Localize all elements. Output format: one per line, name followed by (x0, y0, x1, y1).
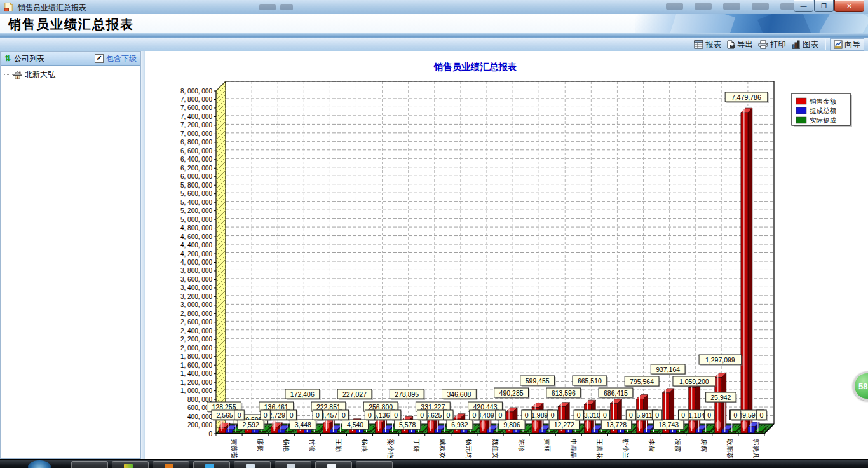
svg-text:4, 000, 000: 4, 000, 000 (180, 259, 212, 266)
svg-text:200, 000: 200, 000 (187, 422, 212, 429)
minimize-button[interactable]: — (794, 0, 813, 12)
svg-text:2,565: 2,565 (216, 411, 233, 419)
svg-text:1, 200, 000: 1, 200, 000 (180, 379, 212, 386)
print-icon (758, 40, 768, 49)
svg-text:4, 800, 000: 4, 800, 000 (180, 224, 212, 231)
svg-text:廖扬: 廖扬 (257, 439, 264, 452)
svg-text:5, 600, 000: 5, 600, 000 (180, 190, 212, 197)
svg-text:1,059,200: 1,059,200 (679, 378, 709, 385)
svg-text:7, 600, 000: 7, 600, 000 (180, 104, 212, 111)
svg-text:3,448: 3,448 (295, 421, 311, 429)
company-panel: ⇅ 公司列表 ✓ 包含下级 北新大弘 (0, 51, 141, 459)
svg-text:6, 000, 000: 6, 000, 000 (180, 173, 212, 180)
svg-text:7,479,786: 7,479,786 (731, 93, 761, 101)
company-panel-header: ⇅ 公司列表 ✓ 包含下级 (1, 52, 140, 66)
print-button-label: 打印 (770, 39, 786, 50)
svg-text:6, 400, 000: 6, 400, 000 (180, 156, 212, 163)
taskbar-button[interactable] (112, 461, 149, 468)
x-axis-labels: 黄薇薇廖扬杨艳付渝王勤杨燕梁小艳丁妍戴欢欢杨元均魏佳文陈珍黄丽申晶晶王喜花靳小兰… (231, 438, 761, 459)
include-sub-checkbox[interactable]: ✓ (95, 54, 104, 63)
svg-text:2, 000, 000: 2, 000, 000 (180, 345, 212, 352)
tree-item-label: 北新大弘 (25, 69, 55, 80)
svg-text:0: 0 (707, 411, 711, 419)
svg-text:6, 600, 000: 6, 600, 000 (180, 148, 212, 155)
report-button[interactable]: 报表 (694, 39, 721, 50)
chart-button[interactable]: 图表 (791, 39, 818, 50)
floating-ball-text: 58 (858, 382, 867, 391)
chart-title: 销售员业绩汇总报表 (433, 62, 517, 72)
taskbar-app-icon (165, 464, 173, 468)
svg-text:5, 200, 000: 5, 200, 000 (180, 207, 212, 214)
svg-text:599,455: 599,455 (526, 377, 550, 385)
sales-summary-chart: 销售员业绩汇总报表0200, 000400, 000600, 000800, 0… (145, 51, 868, 459)
taskbar-app-icon (246, 464, 255, 468)
taskbar-button[interactable] (234, 461, 271, 468)
taskbar-button[interactable] (153, 461, 189, 468)
svg-text:凌霞: 凌霞 (674, 439, 682, 452)
svg-text:9,806: 9,806 (503, 421, 520, 429)
export-icon (726, 40, 735, 49)
report-icon (694, 40, 703, 49)
svg-text:795,564: 795,564 (630, 378, 654, 385)
svg-text:3, 800, 000: 3, 800, 000 (180, 267, 212, 274)
svg-text:欧阳蓉: 欧阳蓉 (726, 439, 734, 459)
svg-text:420,443: 420,443 (473, 403, 498, 411)
svg-text:1, 400, 000: 1, 400, 000 (180, 370, 212, 377)
svg-text:227,027: 227,027 (342, 390, 367, 398)
svg-text:杨艳: 杨艳 (283, 438, 290, 453)
svg-text:王喜花: 王喜花 (596, 439, 604, 459)
svg-text:7, 200, 000: 7, 200, 000 (180, 121, 212, 128)
svg-text:13,728: 13,728 (606, 421, 627, 429)
svg-text:0: 0 (472, 411, 476, 419)
print-button[interactable]: 打印 (758, 39, 786, 50)
taskbar-button[interactable] (71, 461, 108, 468)
svg-text:杨燕: 杨燕 (361, 438, 369, 453)
wizard-button[interactable]: 向导 (830, 38, 864, 51)
svg-text:278,895: 278,895 (395, 390, 419, 398)
svg-text:6, 800, 000: 6, 800, 000 (180, 139, 212, 146)
close-button[interactable]: ✕ (834, 0, 864, 12)
ghost-menu-item (666, 3, 683, 10)
svg-text:2, 200, 000: 2, 200, 000 (180, 336, 212, 343)
svg-text:1,297,099: 1,297,099 (705, 356, 735, 364)
svg-text:3, 200, 000: 3, 200, 000 (180, 293, 212, 300)
svg-text:靳小兰: 靳小兰 (622, 439, 630, 459)
svg-text:0: 0 (760, 411, 764, 419)
taskbar-button[interactable] (356, 461, 393, 468)
svg-text:4, 600, 000: 4, 600, 000 (180, 233, 212, 240)
chart-icon (791, 40, 801, 49)
svg-text:0: 0 (446, 411, 450, 419)
tree-item-company[interactable]: 北新大弘 (1, 69, 55, 80)
toolbar-separator (825, 39, 825, 50)
ghost-menu-item (723, 3, 740, 10)
svg-text:魏佳文: 魏佳文 (492, 439, 499, 459)
svg-text:0: 0 (394, 411, 398, 419)
window-controls: — ❐ ✕ (793, 0, 864, 12)
svg-text:6,932: 6,932 (451, 421, 468, 429)
window-title: 销售员业绩汇总报表 (18, 3, 86, 13)
svg-text:2,592: 2,592 (243, 421, 259, 429)
svg-text:0: 0 (525, 411, 529, 419)
svg-text:王勤: 王勤 (335, 439, 342, 452)
svg-text:0: 0 (681, 411, 685, 419)
restore-button[interactable]: ❐ (814, 0, 834, 12)
refresh-icon[interactable]: ⇅ (4, 54, 11, 63)
svg-text:5, 800, 000: 5, 800, 000 (180, 182, 212, 189)
chart-legend: 销售金额提成总额实际提成 (792, 93, 852, 127)
taskbar-button[interactable] (193, 461, 230, 468)
svg-text:0: 0 (368, 411, 372, 419)
include-sub-label: 包含下级 (106, 53, 137, 64)
svg-text:3, 400, 000: 3, 400, 000 (180, 284, 212, 291)
svg-text:18,743: 18,743 (658, 421, 679, 429)
svg-text:5, 000, 000: 5, 000, 000 (180, 216, 212, 223)
svg-text:346,608: 346,608 (447, 390, 471, 398)
export-button[interactable]: 导出 (726, 39, 753, 50)
svg-text:丁妍: 丁妍 (413, 439, 421, 453)
taskbar-button[interactable] (275, 461, 311, 468)
svg-text:3, 600, 000: 3, 600, 000 (180, 276, 212, 283)
taskbar-button[interactable] (315, 461, 352, 468)
window-titlebar: 销售员业绩汇总报表 — ❐ ✕ (0, 0, 868, 15)
svg-text:490,285: 490,285 (499, 389, 524, 397)
svg-text:7, 400, 000: 7, 400, 000 (180, 113, 212, 120)
company-panel-title: 公司列表 (14, 53, 44, 64)
